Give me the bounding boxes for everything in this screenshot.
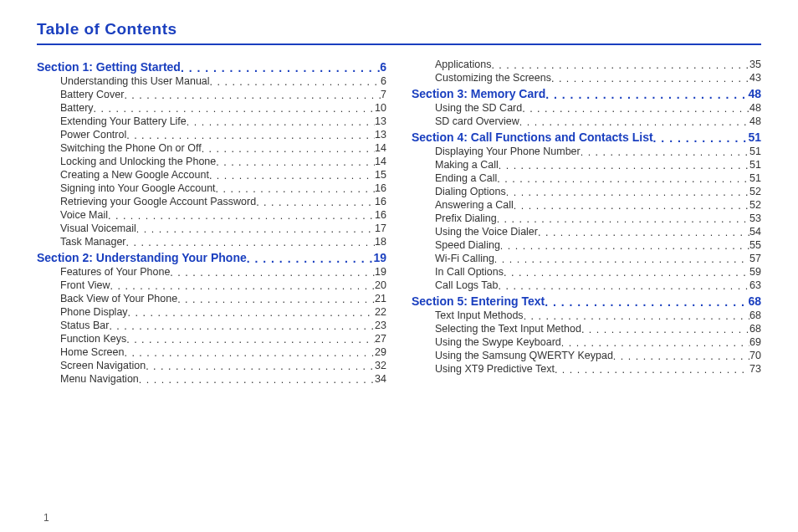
toc-item-page[interactable]: 51 [749,159,761,171]
toc-item-page[interactable]: 51 [749,172,761,184]
toc-item-page[interactable]: 69 [749,336,761,348]
toc-item-label[interactable]: Power Control [60,129,126,141]
toc-item-label[interactable]: Using XT9 Predictive Text [435,363,555,375]
toc-item-page[interactable]: 54 [749,226,761,238]
toc-item-page[interactable]: 68 [749,309,761,321]
toc-item-page[interactable]: 55 [749,239,761,251]
toc-item-label[interactable]: Customizing the Screens [435,72,551,84]
toc-item-page[interactable]: 59 [749,266,761,278]
toc-item-page[interactable]: 23 [375,320,386,331]
toc-item-label[interactable]: Using the SD Card [435,102,522,114]
toc-item-label[interactable]: Menu Navigation [60,373,139,385]
toc-section-label[interactable]: Section 1: Getting Started [37,60,181,74]
toc-item-label[interactable]: Selecting the Text Input Method [435,323,581,335]
toc-item-page[interactable]: 29 [375,346,386,358]
toc-item-label[interactable]: In Call Options [435,266,504,278]
toc-item-label[interactable]: Extending Your Battery Life [60,115,187,127]
toc-item-label[interactable]: Signing into Your Google Account [60,182,216,194]
toc-item-label[interactable]: Switching the Phone On or Off [60,142,202,154]
toc-item-page[interactable]: 22 [375,306,386,318]
toc-section-label[interactable]: Section 3: Memory Card [412,87,545,100]
toc-item-page[interactable]: 16 [375,196,386,207]
toc-item-page[interactable]: 18 [375,236,386,248]
toc-item-page[interactable]: 14 [375,156,386,167]
toc-item-label[interactable]: Task Manager [60,236,126,248]
toc-section-label[interactable]: Section 2: Understanding Your Phone [37,251,247,264]
toc-item-page[interactable]: 70 [749,350,761,361]
toc-item-page[interactable]: 52 [749,199,761,211]
toc-item-page[interactable]: 21 [375,293,386,304]
toc-item-label[interactable]: Locking and Unlocking the Phone [60,156,216,167]
toc-item-label[interactable]: Back View of Your Phone [60,293,177,304]
toc-item-page[interactable]: 13 [375,129,386,141]
title-rule [37,43,761,45]
toc-item-page[interactable]: 57 [749,253,761,264]
toc-item-page[interactable]: 63 [749,279,761,291]
toc-item-page[interactable]: 6 [381,75,386,87]
toc-item-page[interactable]: 35 [749,59,761,70]
toc-item-label[interactable]: Wi-Fi Calling [435,253,494,264]
toc-item-page[interactable]: 16 [375,209,386,221]
toc-item-label[interactable]: Using the Voice Dialer [435,226,538,238]
toc-item-page[interactable]: 13 [375,115,386,127]
toc-section-label[interactable]: Section 5: Entering Text [412,294,545,308]
toc-section-page[interactable]: 51 [748,130,761,144]
toc-item-label[interactable]: Home Screen [60,346,124,358]
toc-item-row: Dialing Options . . . . . . . . . . . . … [412,186,761,197]
toc-section-page[interactable]: 6 [380,60,386,74]
toc-item-page[interactable]: 52 [749,186,761,197]
toc-item-label[interactable]: Using the Swype Keyboard [435,336,561,348]
toc-item-page[interactable]: 19 [375,266,386,278]
toc-item-label[interactable]: Front View [60,279,110,291]
toc-item-page[interactable]: 27 [375,333,386,345]
toc-item-page[interactable]: 34 [375,373,386,385]
toc-item-label[interactable]: Making a Call [435,159,499,171]
toc-item-label[interactable]: Ending a Call [435,172,497,184]
toc-item-row: Power Control . . . . . . . . . . . . . … [37,129,386,141]
toc-item-page[interactable]: 32 [375,360,386,371]
toc-section-label[interactable]: Section 4: Call Functions and Contacts L… [412,130,653,144]
toc-item-label[interactable]: Battery [60,102,94,114]
toc-item-page[interactable]: 68 [749,323,761,335]
toc-item-page[interactable]: 53 [749,212,761,224]
toc-section-page[interactable]: 68 [748,294,761,308]
toc-item-label[interactable]: Battery Cover [60,89,124,100]
toc-item-page[interactable]: 16 [375,182,386,194]
toc-item-label[interactable]: Creating a New Google Account [60,169,209,181]
toc-item-label[interactable]: Retrieving your Google Account Password [60,196,256,207]
toc-item-row: Home Screen . . . . . . . . . . . . . . … [37,346,386,358]
toc-item-label[interactable]: Using the Samsung QWERTY Keypad [435,350,613,361]
toc-item-label[interactable]: Speed Dialing [435,239,500,251]
toc-section-page[interactable]: 48 [748,87,761,100]
toc-item-page[interactable]: 43 [749,72,761,84]
toc-item-label[interactable]: Status Bar [60,320,109,331]
toc-item-label[interactable]: Function Keys [60,333,126,345]
toc-item-page[interactable]: 20 [375,279,386,291]
toc-item-page[interactable]: 15 [375,169,386,181]
toc-section-row: Section 1: Getting Started . . . . . . .… [37,60,386,74]
toc-item-label[interactable]: Text Input Methods [435,309,524,321]
toc-item-label[interactable]: Call Logs Tab [435,279,499,291]
toc-item-label[interactable]: Applications [435,59,491,70]
toc-item-label[interactable]: Features of Your Phone [60,266,170,278]
toc-item-label[interactable]: Screen Navigation [60,360,146,371]
toc-item-page[interactable]: 14 [375,142,386,154]
toc-item-page[interactable]: 51 [749,146,761,157]
toc-item-label[interactable]: SD card Overview [435,115,519,127]
toc-item-page[interactable]: 7 [381,89,386,100]
toc-item-label[interactable]: Understanding this User Manual [60,75,210,87]
toc-item-label[interactable]: Voice Mail [60,209,108,221]
toc-item-label[interactable]: Phone Display [60,306,128,318]
toc-item-label[interactable]: Visual Voicemail [60,223,136,234]
toc-item-page[interactable]: 48 [749,102,761,114]
toc-section-page[interactable]: 19 [373,251,386,264]
toc-item-label[interactable]: Dialing Options [435,186,506,197]
toc-item-row: Signing into Your Google Account . . . .… [37,182,386,194]
toc-item-page[interactable]: 48 [749,115,761,127]
toc-item-page[interactable]: 10 [375,102,386,114]
toc-item-label[interactable]: Prefix Dialing [435,212,497,224]
toc-item-page[interactable]: 73 [749,363,761,375]
toc-item-label[interactable]: Answering a Call [435,199,514,211]
toc-item-page[interactable]: 17 [375,223,386,234]
toc-item-label[interactable]: Displaying Your Phone Number [435,146,581,157]
